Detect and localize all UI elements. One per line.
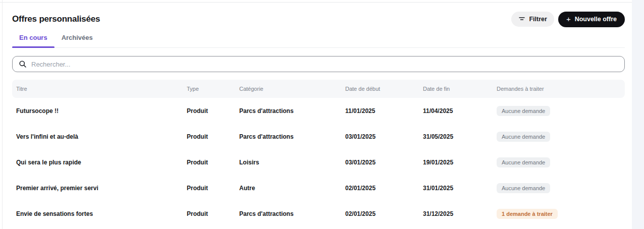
cell-type: Produit [187, 107, 239, 115]
cell-requests: Aucune demande [497, 132, 621, 142]
cell-start-date: 02/01/2025 [345, 210, 423, 217]
cell-category: Parcs d'attractions [239, 107, 345, 115]
filter-button[interactable]: Filtrer [511, 12, 554, 27]
new-offer-button[interactable]: + Nouvelle offre [558, 12, 625, 27]
cell-start-date: 02/01/2025 [345, 185, 423, 192]
main-content: Offres personnalisées Filtrer + Nouvelle… [12, 3, 625, 226]
tab-bar: En cours Archivées [12, 34, 625, 48]
cell-end-date: 31/05/2025 [423, 133, 497, 140]
table-row[interactable]: Vers l'infini et au-delà Produit Parcs d… [12, 124, 625, 149]
table-row[interactable]: Futursocope !! Produit Parcs d'attractio… [12, 98, 625, 124]
scrollbar-gutter [632, 0, 644, 229]
column-header-titre: Titre [16, 86, 187, 92]
column-header-type: Type [187, 86, 239, 92]
table-row[interactable]: Qui sera le plus rapide Produit Loisirs … [12, 149, 625, 175]
cell-start-date: 11/01/2025 [345, 107, 423, 115]
status-badge: 1 demande à traiter [497, 209, 558, 219]
cell-type: Produit [187, 185, 239, 192]
cell-category: Autre [239, 185, 345, 192]
table-body: Futursocope !! Produit Parcs d'attractio… [12, 98, 625, 226]
cell-title: Premier arrivé, premier servi [16, 185, 187, 192]
plus-icon: + [566, 15, 571, 23]
header-actions: Filtrer + Nouvelle offre [511, 12, 625, 27]
new-offer-button-label: Nouvelle offre [575, 16, 617, 23]
cell-end-date: 19/01/2025 [423, 159, 497, 166]
cell-requests: Aucune demande [497, 157, 621, 167]
column-header-date-fin: Date de fin [423, 86, 497, 92]
cell-title: Futursocope !! [16, 107, 187, 115]
status-badge: Aucune demande [497, 183, 550, 193]
status-badge: Aucune demande [497, 106, 550, 116]
search-bar [12, 56, 625, 72]
cell-title: Qui sera le plus rapide [16, 159, 187, 166]
cell-start-date: 03/01/2025 [345, 159, 423, 166]
cell-requests: 1 demande à traiter [497, 209, 621, 219]
page-title: Offres personnalisées [12, 14, 100, 24]
page-header: Offres personnalisées Filtrer + Nouvelle… [12, 11, 625, 27]
cell-category: Parcs d'attractions [239, 210, 345, 217]
left-border [2, 0, 3, 229]
cell-end-date: 31/12/2025 [423, 210, 497, 217]
column-header-date-debut: Date de début [345, 86, 423, 92]
table-row[interactable]: Premier arrivé, premier servi Produit Au… [12, 175, 625, 201]
column-header-categorie: Catégorie [239, 86, 345, 92]
search-input[interactable] [31, 61, 618, 68]
cell-title: Vers l'infini et au-delà [16, 133, 187, 140]
cell-end-date: 11/04/2025 [423, 107, 497, 115]
status-badge: Aucune demande [497, 132, 550, 142]
table-row[interactable]: Envie de sensations fortes Produit Parcs… [12, 201, 625, 226]
filter-button-label: Filtrer [529, 16, 547, 23]
cell-start-date: 03/01/2025 [345, 133, 423, 140]
cell-category: Loisirs [239, 159, 345, 166]
cell-type: Produit [187, 133, 239, 140]
cell-end-date: 31/01/2025 [423, 185, 497, 192]
cell-category: Parcs d'attractions [239, 133, 345, 140]
cell-requests: Aucune demande [497, 183, 621, 193]
table-header: Titre Type Catégorie Date de début Date … [12, 80, 625, 98]
cell-requests: Aucune demande [497, 106, 621, 116]
column-header-demandes: Demandes à traiter [497, 86, 621, 92]
tab-archivees[interactable]: Archivées [55, 34, 100, 47]
cell-title: Envie de sensations fortes [16, 210, 187, 217]
cell-type: Produit [187, 159, 239, 166]
search-icon [19, 60, 27, 68]
tab-en-cours[interactable]: En cours [12, 34, 55, 47]
cell-type: Produit [187, 210, 239, 217]
filter-icon [518, 15, 525, 24]
status-badge: Aucune demande [497, 157, 550, 167]
